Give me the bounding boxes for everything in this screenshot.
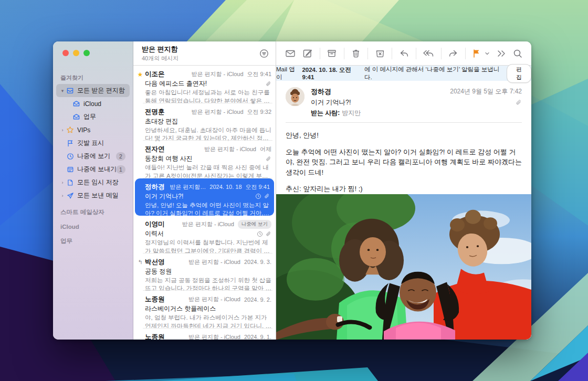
archive-icon[interactable] bbox=[326, 48, 338, 59]
chevron-right-icon[interactable]: › bbox=[59, 128, 66, 133]
reading-pane: Mail 앱이 2024. 10. 18. 오전 9:41에 이 메시지에 관해… bbox=[276, 41, 531, 340]
sidebar-item-label: 모든 임시 저장 bbox=[77, 178, 125, 187]
paperclip-icon bbox=[265, 156, 271, 162]
chevron-right-icon[interactable]: › bbox=[59, 180, 66, 185]
message-subject-line: 이거 기억나?! bbox=[311, 98, 450, 107]
document-icon bbox=[66, 179, 75, 186]
message-preview: 안녕, 안녕! 오늘 추억에 어떤 사진이 떴는지 알아? 이거 실화임?! 이… bbox=[145, 202, 270, 218]
message-sender: 정하경 bbox=[145, 183, 165, 192]
message-row[interactable]: 노종원 받은 편지함 - iCloud2024. 9. 1. bbox=[133, 329, 276, 340]
reply-all-icon[interactable] bbox=[422, 48, 435, 59]
sidebar-item-label: iCloud bbox=[83, 100, 125, 108]
paperclip-icon bbox=[450, 99, 522, 106]
message-subject: 동창회 여행 사진 bbox=[145, 154, 193, 163]
message-preview: 저희는 지금 공동 정원을 조성하기 위한 첫 삽을 뜨고 있습니다. 가정마다… bbox=[145, 277, 271, 293]
to-recipient[interactable]: 방지만 bbox=[342, 109, 361, 117]
sender-avatar[interactable] bbox=[286, 87, 304, 106]
search-icon[interactable] bbox=[512, 48, 523, 59]
mailbox-title: 받은 편지함 bbox=[142, 45, 259, 54]
message-mailbox: 받은 편지함 - iCloud bbox=[188, 333, 240, 340]
message-row-selected[interactable]: 정하경 받은 편지함…2024. 10. 18오전 9:41 이거 기억나?! … bbox=[135, 178, 274, 216]
sidebar-item-work-inbox[interactable]: 업무 bbox=[56, 110, 130, 123]
sidebar-item-remind-later[interactable]: 나중에 보기 2 bbox=[56, 150, 130, 163]
sidebar-item-all-sent[interactable]: › 모든 보낸 메일 bbox=[56, 189, 130, 202]
banner-datetime: 2024. 10. 18. 오전 9:41 bbox=[302, 66, 362, 80]
message-row[interactable]: 전자연 받은 편지함 - iCloud어제 동창회 여행 사진 얘들아! 지난번… bbox=[133, 141, 276, 178]
message-subject: 초대장 편집 bbox=[145, 117, 178, 126]
window-controls bbox=[62, 50, 90, 56]
sidebar-item-send-later[interactable]: 나중에 보내기 1 bbox=[56, 163, 130, 176]
attachment-photo[interactable] bbox=[276, 194, 531, 340]
chevron-right-icon[interactable]: › bbox=[59, 193, 66, 198]
to-label: 받는 사람: bbox=[311, 109, 340, 117]
sidebar: 즐겨찾기 ▾ 모든 받은 편지함 iCloud 업무 › VIPs bbox=[53, 41, 133, 340]
message-body: 안녕, 안녕! 오늘 추억에 어떤 사진이 떴는지 알아? 이거 실화임?! 이… bbox=[276, 123, 531, 194]
remind-later-badge: 나중에 보기 bbox=[238, 220, 271, 229]
message-sender: 전명훈 bbox=[145, 108, 165, 117]
banner-text-prefix: Mail 앱이 bbox=[276, 66, 300, 81]
zoom-window-button[interactable] bbox=[83, 50, 90, 56]
sidebar-item-label: 모든 받은 편지함 bbox=[77, 86, 125, 95]
minimize-window-button[interactable] bbox=[73, 50, 79, 56]
sidebar-section-icloud[interactable]: iCloud bbox=[53, 217, 133, 231]
reply-icon[interactable] bbox=[398, 48, 410, 59]
sidebar-section-work[interactable]: 업무 bbox=[53, 231, 133, 246]
message-preview: 야, 엄청 부럽다. 내가 라스베이거스 가본 지가 언제인지 까마득한데 네가… bbox=[145, 314, 271, 330]
overflow-chevrons-icon[interactable] bbox=[496, 49, 507, 58]
sidebar-item-all-drafts[interactable]: › 모든 임시 저장 bbox=[56, 176, 130, 189]
sidebar-item-vips[interactable]: › VIPs bbox=[56, 123, 130, 136]
star-icon: ★ bbox=[138, 71, 143, 99]
message-sender: 노종원 bbox=[145, 295, 165, 304]
message-date: 오전 9:32 bbox=[247, 108, 271, 116]
sidebar-item-label: 나중에 보내기 bbox=[77, 165, 116, 174]
calendar-icon bbox=[66, 166, 75, 173]
message-preview: 얘들아! 지난번 놀러 갔을 때 찍은 사진 중에 내가 고른 A컷이야(전문 … bbox=[145, 164, 271, 180]
filter-icon[interactable] bbox=[259, 48, 269, 59]
inbox-tray-icon bbox=[66, 87, 75, 94]
message-subject: 라스베이거스 핫플레이스 bbox=[145, 304, 216, 313]
sidebar-item-label: 나중에 보기 bbox=[77, 152, 116, 161]
chevron-down-icon[interactable]: ▾ bbox=[59, 88, 66, 93]
message-sender: 전자연 bbox=[145, 145, 165, 154]
message-mailbox: 받은 편지함 - iCloud bbox=[188, 295, 240, 303]
sidebar-section-smart-mailboxes[interactable]: 스마트 메일상자 bbox=[53, 202, 133, 217]
message-sender: 박선영 bbox=[145, 258, 165, 267]
paperclip-icon bbox=[265, 231, 271, 237]
flag-chevron-icon[interactable] bbox=[485, 51, 490, 56]
trash-icon[interactable] bbox=[350, 48, 362, 59]
mailbox-icon bbox=[72, 113, 81, 121]
mail-window: 즐겨찾기 ▾ 모든 받은 편지함 iCloud 업무 › VIPs bbox=[53, 41, 531, 340]
message-subject: 이력서 bbox=[145, 229, 164, 238]
message-mailbox: 받은 편지함… bbox=[170, 183, 206, 191]
message-header: 정하경 이거 기억나?! 받는 사람:방지만 2024년 9월 5일 오후 7:… bbox=[276, 81, 531, 123]
body-paragraph: 추신: 앞자리는 내가 찜! ;) bbox=[286, 184, 522, 194]
sidebar-item-flagged[interactable]: 깃발 표시 bbox=[56, 136, 130, 150]
junk-icon[interactable] bbox=[374, 48, 386, 59]
message-row[interactable]: ↰ 박선영 받은 편지함 - iCloud2024. 9. 3. 공동 정원 저… bbox=[133, 253, 276, 291]
message-sender: 이조은 bbox=[145, 70, 165, 79]
count-badge: 1 bbox=[116, 165, 125, 174]
message-date: 오전 9:41 bbox=[247, 70, 271, 78]
sidebar-item-icloud-inbox[interactable]: iCloud bbox=[56, 97, 130, 110]
message-list-header: 받은 편지함 40개의 메시지 bbox=[133, 41, 276, 66]
forward-icon[interactable] bbox=[447, 48, 459, 59]
message-mailbox: 받은 편지함 - iCloud bbox=[182, 220, 234, 228]
message-preview: 안녕하세요, 대훈님. 초대장이 아주 마음에 듭니다! 몇 가지 궁금한 게 … bbox=[145, 126, 271, 143]
edit-reminder-button[interactable]: 편집 bbox=[507, 64, 531, 83]
message-sender-name[interactable]: 정하경 bbox=[311, 87, 450, 97]
message-mailbox: 받은 편지함 - iCloud bbox=[204, 145, 256, 153]
message-date: 2024. 10. 18 bbox=[209, 184, 242, 190]
flag-icon[interactable] bbox=[471, 48, 482, 59]
banner-text-suffix: 에 이 메시지에 관해서 ‘나중에 보기’ 알림을 보냅니다. bbox=[364, 66, 501, 81]
message-date: 2024. 9. 1. bbox=[244, 334, 271, 340]
message-date: 어제 bbox=[260, 145, 271, 153]
paperclip-icon bbox=[264, 193, 270, 199]
sidebar-item-all-inboxes[interactable]: ▾ 모든 받은 편지함 bbox=[56, 84, 130, 97]
message-row[interactable]: 이영미 받은 편지함 - iCloud나중에 보기 이력서 정지영님의 이력서를… bbox=[133, 216, 276, 253]
compose-icon[interactable] bbox=[302, 48, 313, 59]
message-row[interactable]: ★ 이조은 받은 편지함 - iCloud오전 9:41 다음 에피소드 출연자… bbox=[133, 66, 276, 103]
get-mail-icon[interactable] bbox=[285, 48, 296, 59]
message-row[interactable]: 전명훈 받은 편지함 - iCloud오전 9:32 초대장 편집 안녕하세요,… bbox=[133, 103, 276, 141]
close-window-button[interactable] bbox=[62, 50, 69, 56]
message-row[interactable]: 노종원 받은 편지함 - iCloud2024. 9. 2. 라스베이거스 핫플… bbox=[133, 291, 276, 329]
